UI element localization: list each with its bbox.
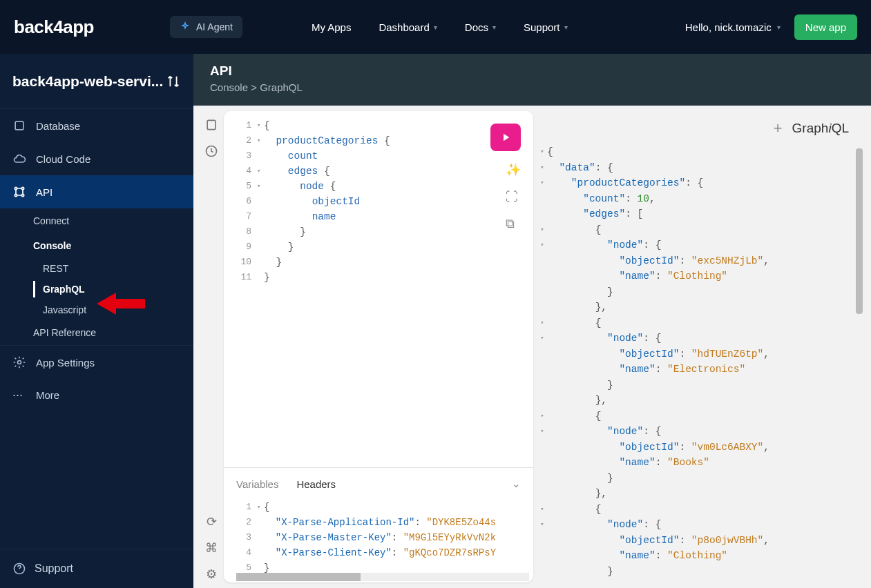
sidebar-item-database[interactable]: Database — [0, 109, 193, 142]
logo[interactable]: back4app — [14, 17, 94, 38]
h-scrollbar[interactable] — [236, 573, 529, 581]
sidebar-item-more[interactable]: ⋯ More — [0, 379, 193, 411]
app-selector[interactable]: back4app-web-servi... — [0, 54, 193, 109]
breadcrumb: Console > GraphQL — [210, 81, 854, 93]
sidebar-item-api[interactable]: API — [0, 175, 193, 208]
svg-point-2 — [21, 187, 23, 189]
svg-point-4 — [21, 194, 23, 196]
top-nav: back4app AI Agent My Apps Dashboard▾ Doc… — [0, 0, 871, 54]
v-scrollbar[interactable] — [856, 148, 863, 576]
cloud-icon — [12, 152, 26, 166]
tab-headers[interactable]: Headers — [296, 478, 336, 490]
tab-variables[interactable]: Variables — [236, 478, 278, 490]
svg-point-3 — [15, 194, 17, 196]
arrow-annotation — [97, 290, 145, 317]
page-title: API — [210, 63, 854, 79]
new-app-button[interactable]: New app — [794, 14, 857, 40]
result-panel: + GraphiQL ▾{▾ "data": {▾ "productCatego… — [533, 111, 865, 582]
left-tool-rail — [199, 111, 224, 159]
sidebar-item-connect[interactable]: Connect — [33, 208, 193, 233]
sidebar: back4app-web-servi... Database Cloud Cod… — [0, 54, 193, 588]
result-body[interactable]: ▾{▾ "data": {▾ "productCategories": { "c… — [535, 144, 865, 578]
main-content: API Console > GraphQL ⟳ ⌘ ⚙ — [193, 54, 871, 588]
settings-icon[interactable]: ⚙ — [203, 566, 220, 582]
sidebar-item-cloud-code[interactable]: Cloud Code — [0, 142, 193, 175]
more-icon: ⋯ — [12, 389, 26, 401]
ai-agent-button[interactable]: AI Agent — [170, 16, 242, 38]
gear-icon — [12, 355, 26, 369]
query-editor[interactable]: 1▾{2▾ productCategories {3 count4▾ edges… — [224, 111, 533, 467]
graphiql-content: ⟳ ⌘ ⚙ ✨ ⛶ ⧉ 1▾{2▾ productCategories {3 c… — [193, 106, 871, 588]
nav-links: My Apps Dashboard▾ Docs▾ Support▾ — [312, 21, 568, 33]
ai-agent-label: AI Agent — [196, 21, 233, 32]
nav-docs[interactable]: Docs▾ — [465, 21, 496, 33]
app-name: back4app-web-servi... — [12, 73, 163, 90]
database-icon — [12, 119, 26, 133]
chevron-down-icon: ▾ — [492, 23, 496, 31]
page-header: API Console > GraphQL — [193, 54, 871, 106]
svg-rect-0 — [15, 121, 23, 130]
sidebar-item-rest[interactable]: REST — [43, 258, 193, 279]
headers-editor[interactable]: 1▾{ 2 "X-Parse-Application-Id": "DYK8E5Z… — [224, 500, 533, 582]
nav-support[interactable]: Support▾ — [524, 21, 568, 33]
chevron-down-icon: ▾ — [434, 23, 437, 31]
help-icon — [12, 562, 26, 576]
sidebar-item-support[interactable]: Support — [0, 549, 193, 588]
chevron-down-icon: ▾ — [777, 23, 781, 31]
api-icon — [12, 185, 26, 199]
shortcut-icon[interactable]: ⌘ — [203, 540, 220, 556]
refresh-icon[interactable]: ⟳ — [203, 513, 220, 530]
nav-dashboard[interactable]: Dashboard▾ — [379, 21, 437, 33]
bottom-panel: Variables Headers ⌄ 1▾{ 2 "X-Parse-Appli… — [224, 467, 533, 582]
svg-rect-7 — [207, 120, 216, 129]
graphiql-logo: GraphiQL — [792, 121, 849, 136]
api-subitems: Connect Console REST GraphQL Javascript … — [0, 208, 193, 345]
sidebar-item-api-reference[interactable]: API Reference — [33, 320, 193, 345]
sidebar-item-console[interactable]: Console — [33, 233, 193, 258]
sidebar-item-app-settings[interactable]: App Settings — [0, 345, 193, 379]
add-tab-button[interactable]: + — [774, 119, 783, 137]
query-editor-card: ✨ ⛶ ⧉ 1▾{2▾ productCategories {3 count4▾… — [224, 111, 533, 582]
switch-icon — [166, 74, 181, 89]
history-icon[interactable] — [203, 143, 220, 159]
svg-point-1 — [15, 187, 17, 189]
svg-point-5 — [18, 361, 21, 364]
docs-icon[interactable] — [203, 117, 220, 133]
collapse-icon[interactable]: ⌄ — [512, 478, 521, 490]
user-greeting[interactable]: Hello, nick.tomazic▾ — [685, 21, 781, 33]
sparkle-icon — [180, 21, 191, 32]
nav-my-apps[interactable]: My Apps — [312, 21, 352, 33]
chevron-down-icon: ▾ — [564, 23, 568, 31]
bottom-tool-rail: ⟳ ⌘ ⚙ — [199, 508, 224, 582]
